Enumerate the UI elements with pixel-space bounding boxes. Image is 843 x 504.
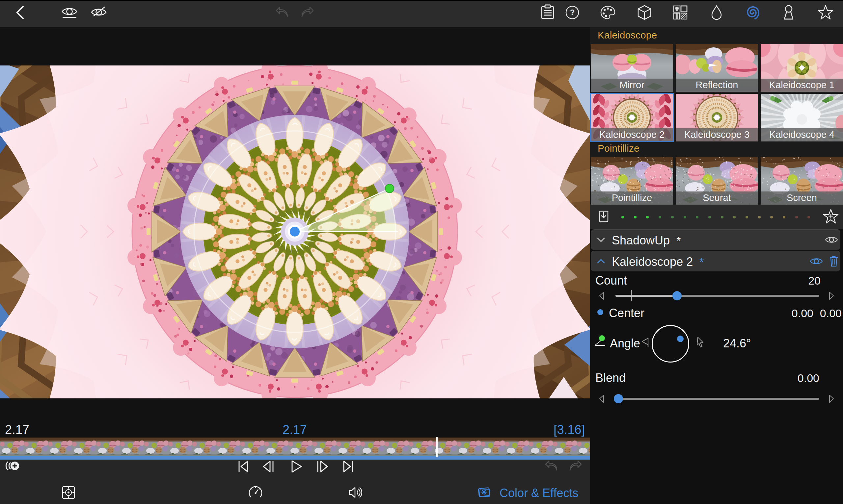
svg-text:Mirror: Mirror bbox=[619, 79, 644, 90]
svg-text:Reflection: Reflection bbox=[696, 79, 738, 90]
svg-text:Seurat: Seurat bbox=[703, 193, 731, 203]
svg-text:Kaleidoscope 2: Kaleidoscope 2 bbox=[599, 129, 665, 140]
svg-text:Pointillize: Pointillize bbox=[612, 193, 652, 203]
svg-text:Screen: Screen bbox=[787, 193, 817, 203]
svg-text:?: ? bbox=[570, 8, 575, 17]
svg-text:Kaleidoscope 4: Kaleidoscope 4 bbox=[769, 129, 835, 140]
svg-text:Kaleidoscope 1: Kaleidoscope 1 bbox=[769, 79, 835, 90]
svg-text:Kaleidoscope 3: Kaleidoscope 3 bbox=[684, 129, 750, 140]
